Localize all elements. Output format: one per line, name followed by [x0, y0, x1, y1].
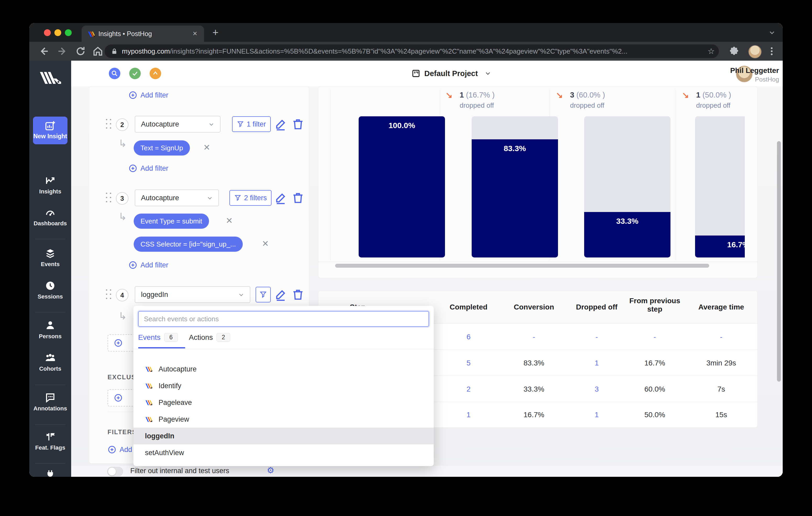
search-input[interactable]: [138, 311, 429, 327]
cell-completed[interactable]: 5: [442, 359, 495, 367]
funnel-bar-step-3[interactable]: 33.3%: [584, 116, 670, 257]
sidebar-item-sessions[interactable]: Sessions: [29, 280, 71, 300]
dropdown-item-setauthview[interactable]: setAuthView: [134, 444, 434, 461]
sidebar-item-insights[interactable]: Insights: [29, 175, 71, 195]
edit-pencil-icon[interactable]: [274, 288, 288, 301]
search-button[interactable]: [109, 68, 120, 79]
add-filter-button[interactable]: Add filter: [128, 164, 169, 173]
filter-count-button[interactable]: 1 filter: [232, 116, 271, 132]
warning-caret-button[interactable]: [150, 68, 161, 79]
project-switcher[interactable]: Default Project: [411, 61, 492, 86]
column-header-completed: Completed: [442, 303, 495, 311]
chevron-down-icon[interactable]: [768, 29, 776, 37]
tab-events[interactable]: Events 6: [138, 333, 178, 342]
tab-close-icon[interactable]: ×: [193, 29, 197, 38]
cell-dropped-off[interactable]: 1: [571, 411, 623, 419]
close-window-button[interactable]: [44, 29, 51, 36]
cell-completed[interactable]: 6: [442, 333, 495, 341]
filter-internal-users-toggle[interactable]: [107, 467, 123, 476]
posthog-logo[interactable]: [39, 70, 62, 86]
remove-chip-icon[interactable]: ✕: [226, 216, 233, 225]
delete-trash-icon[interactable]: [291, 288, 305, 301]
active-tab-underline: [138, 347, 185, 348]
cell-dropped-off[interactable]: -: [571, 333, 623, 341]
sidebar-item-dashboards[interactable]: Dashboards: [29, 207, 71, 227]
column-header-dropped-off: Dropped off: [571, 303, 623, 311]
delete-trash-icon[interactable]: [291, 191, 305, 205]
bookmark-star-icon[interactable]: ☆: [707, 47, 715, 56]
back-icon[interactable]: [38, 45, 50, 57]
sidebar-item-feature-flags[interactable]: Feat. Flags: [29, 431, 71, 451]
funnel-bar-value: 100.0%: [359, 116, 445, 257]
filter-chip[interactable]: Event Type = submit: [134, 214, 209, 229]
sidebar-item-events[interactable]: Events: [29, 248, 71, 268]
drag-handle[interactable]: [106, 119, 112, 129]
forward-icon[interactable]: [57, 45, 68, 57]
add-filter-button[interactable]: Add filter: [128, 91, 169, 99]
remove-chip-icon[interactable]: ✕: [203, 143, 210, 152]
drag-handle[interactable]: [106, 193, 112, 203]
vertical-scrollbar[interactable]: [777, 141, 781, 382]
sidebar-item-persons[interactable]: Persons: [29, 320, 71, 340]
drag-handle[interactable]: [106, 290, 112, 300]
remove-chip-icon[interactable]: ✕: [262, 239, 269, 249]
sidebar-item-new-insight[interactable]: New Insight: [33, 117, 67, 144]
dropdown-item-pageleave[interactable]: Pageleave: [134, 394, 434, 411]
funnel-bar-step-2[interactable]: 83.3%: [472, 116, 558, 257]
sidebar-item-plugins[interactable]: Plugins: [29, 469, 71, 477]
edit-pencil-icon[interactable]: [274, 117, 288, 131]
cell-dropped-off[interactable]: 1: [571, 359, 623, 367]
cell-from-previous: -: [629, 333, 681, 341]
minimize-window-button[interactable]: [54, 29, 61, 36]
insights-chart-icon: [45, 175, 56, 186]
address-bar[interactable]: myposthog.com/insights?insight=FUNNELS&a…: [105, 44, 719, 58]
edit-pencil-icon[interactable]: [274, 191, 288, 205]
extensions-puzzle-icon[interactable]: [729, 46, 739, 57]
funnel-bar-value: 83.3%: [472, 139, 558, 257]
add-filter-button[interactable]: Add filter: [128, 261, 169, 270]
delete-trash-icon[interactable]: [291, 117, 305, 131]
zoom-window-button[interactable]: [65, 29, 72, 36]
circle-plus-icon: [114, 393, 123, 402]
tab-actions[interactable]: Actions 2: [189, 333, 230, 342]
filter-count-label: 2 filters: [244, 194, 267, 202]
reload-icon[interactable]: [75, 45, 86, 57]
filter-toggle-button[interactable]: [256, 287, 271, 302]
funnel-bar-step-4[interactable]: 16.7%: [695, 116, 745, 257]
filter-chip[interactable]: Text = SignUp: [134, 140, 190, 155]
persons-icon: [45, 320, 56, 331]
browser-tab[interactable]: Insights • PostHog ×: [82, 26, 204, 42]
browser-profile-avatar[interactable]: [748, 45, 762, 59]
new-tab-button[interactable]: +: [212, 27, 219, 38]
cell-dropped-off[interactable]: 3: [571, 385, 623, 393]
circle-plus-icon: [108, 445, 116, 454]
horizontal-scrollbar[interactable]: [335, 264, 709, 268]
dropdown-item-autocapture[interactable]: Autocapture: [134, 361, 434, 377]
filter-count-button[interactable]: 2 filters: [229, 190, 271, 206]
sidebar-divider: [35, 312, 65, 312]
add-filter-label: Add filter: [141, 164, 169, 173]
gear-icon[interactable]: ⚙: [267, 465, 274, 475]
browser-menu-icon[interactable]: [766, 46, 777, 57]
step-event-select[interactable]: Autocapture: [135, 189, 219, 206]
sidebar-item-annotations[interactable]: Annotations: [29, 392, 71, 412]
dropdown-item-label: loggedIn: [145, 432, 174, 440]
funnel-bar-step-1[interactable]: 100.0%: [359, 116, 445, 257]
dropdown-item-loggedin-selected[interactable]: loggedIn: [134, 428, 434, 444]
step-event-select[interactable]: loggedIn: [135, 286, 250, 303]
home-icon[interactable]: [92, 45, 104, 57]
cell-completed[interactable]: 2: [442, 385, 495, 393]
status-check-button[interactable]: [129, 68, 141, 79]
dropdown-item-label: Pageleave: [158, 399, 192, 407]
add-filter-label: Add filter: [141, 91, 169, 99]
cell-completed[interactable]: 1: [442, 411, 495, 419]
sidebar-item-label: Insights: [29, 188, 71, 195]
posthog-event-icon: [145, 382, 153, 390]
dropdown-item-identify[interactable]: Identify: [134, 377, 434, 394]
sidebar-item-cohorts[interactable]: Cohorts: [29, 352, 71, 372]
dropdown-item-pageview[interactable]: Pageview: [134, 411, 434, 428]
insight-scene: Add filter 2 Autocapture 1 filter ↳ Text…: [71, 86, 783, 477]
sidebar-item-label: Cohorts: [29, 365, 71, 372]
step-event-select[interactable]: Autocapture: [135, 116, 221, 132]
filter-chip[interactable]: CSS Selector = [id="sign_up_...: [134, 237, 243, 252]
